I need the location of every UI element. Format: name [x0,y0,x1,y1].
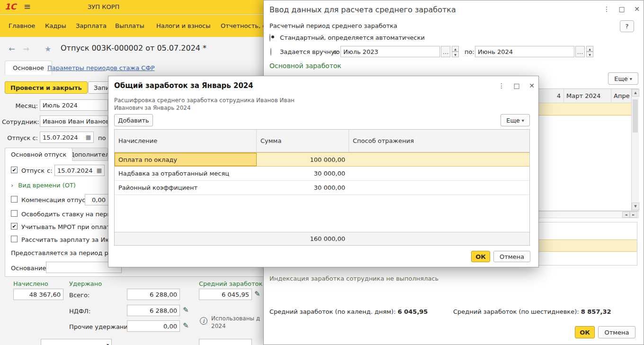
forward-button[interactable]: → [20,44,32,54]
cell-amount[interactable]: 100 000,00 [257,153,349,166]
edit-avg-pencil-icon[interactable]: ✎ [254,290,260,298]
compensation-input[interactable]: 0,00 [85,194,108,205]
cell-amount[interactable]: 30 000,00 [257,181,349,195]
cell-reflection[interactable] [349,153,529,166]
total-input[interactable]: 6 288,00 [127,289,180,300]
menu-item-kadry[interactable]: Кадры [45,22,66,29]
cell-amount[interactable]: 30 000,00 [257,167,349,180]
cell-accrual[interactable]: Надбавка за отработанный месяц [115,167,257,180]
compensation-label: Компенсация отпуска [21,196,93,203]
avg-more-label: Еще [614,75,627,82]
col-accrual[interactable]: Начисление [115,130,257,152]
dialog-close-icon[interactable]: ✕ [526,81,537,90]
menu-item-glavnoe[interactable]: Главное [9,22,35,29]
period-from-spin[interactable]: ▲ ▼ [452,46,459,57]
avg-window-menu-dots-icon[interactable]: ⋮ [601,4,612,14]
spin-up-icon-2[interactable]: ▲ [586,46,593,52]
dialog-more-button[interactable]: Еще ▾ [501,114,530,126]
avg-window-close-icon[interactable]: ✕ [631,4,643,14]
cell-accrual[interactable]: Районный коэффициент [115,181,257,195]
radio-manual-period[interactable] [270,48,271,56]
dialog-cancel-button[interactable]: Отмена [493,251,530,262]
scroll-up-button[interactable]: ▲ [632,89,639,97]
avg-window-maximize-icon[interactable]: □ [616,4,627,14]
earnings-table-footer: 160 000,00 [115,232,529,245]
ndfl-input[interactable]: 6 288,00 [127,305,180,316]
add-button[interactable]: Добавить [114,114,153,126]
avg-cancel-button[interactable]: Отмена [598,326,635,338]
compensation-checkbox[interactable] [11,196,18,203]
spin-down-icon-2[interactable]: ▼ [586,52,593,57]
period-to-spin[interactable]: ▲ ▼ [586,46,593,57]
menu-item-otchetnost[interactable]: Отчетность, с [221,22,266,29]
subtab-main-vacation[interactable]: Основной отпуск [5,148,72,161]
edit-ndfl-pencil-icon[interactable]: ✎ [183,306,189,314]
avg-earnings-value: 6 045,95 [222,291,249,298]
time-kind-link[interactable]: › Вид времени (ОТ) [11,182,76,189]
table-row[interactable]: Оплата по окладу 100 000,00 [115,152,529,167]
info-icon: i [200,317,207,325]
table-row[interactable]: Надбавка за отработанный месяц 30 000,00 [115,167,529,181]
bottom-date-input[interactable] [199,339,252,345]
hamburger-icon[interactable]: ≡ [24,1,31,11]
bottom-combo-input[interactable]: ▾ [41,339,112,345]
scroll-left-button[interactable]: ◄ [622,212,630,218]
spin-down-icon[interactable]: ▼ [452,52,459,57]
month-input[interactable]: Июль 2024 [40,99,108,111]
avg-sixday-label: Средний заработок (по шестидневке): [453,308,579,315]
calc-salary-checkbox[interactable] [11,236,18,242]
period-to-choose-button[interactable]: … [575,46,585,57]
back-button[interactable]: ← [6,44,18,54]
dialog-menu-dots-icon[interactable]: ⋮ [496,81,507,90]
period-to-input[interactable]: Июнь 2024 [475,46,574,57]
cell-reflection[interactable] [349,181,529,195]
scrollbar-thumb[interactable] [633,99,638,133]
free-rate-checkbox[interactable] [11,210,18,217]
dialog-ok-button[interactable]: ОК [471,251,490,262]
cell-accrual[interactable]: Оплата по окладу [115,153,257,166]
other-withholdings-input[interactable]: 0,00 [127,320,180,332]
menu-item-zarplata[interactable]: Зарплата [76,22,107,29]
post-and-close-button[interactable]: Провести и закрыть [5,81,88,94]
avg-earnings-input[interactable]: 6 045,95 [199,289,252,300]
scroll-down-button[interactable]: ▼ [632,203,639,210]
total-value: 6 288,00 [150,291,177,298]
calendar-icon-2[interactable]: ▦ [97,167,102,174]
calendar-icon[interactable]: ▦ [86,134,91,141]
app-title: ЗУП КОРП [88,3,119,10]
radio-standard-period[interactable] [269,34,270,42]
avg-ok-button[interactable]: ОК [575,326,595,338]
mrot-checkbox[interactable]: ✔ [11,223,18,230]
vacation-to-label: по [98,134,106,142]
avg-more-button[interactable]: Еще ▾ [608,72,638,85]
avg-sixday-line: Средний заработок (по шестидневке): 8 85… [453,308,611,315]
spin-up-icon[interactable]: ▲ [452,46,459,52]
footer-spacer [115,232,257,245]
employee-input[interactable]: Иванов Иван Иванович [40,115,108,127]
vacation-from-label: Отпуск с: [2,134,38,142]
accrued-input[interactable]: 48 367,60 [13,289,63,300]
dialog-subtitle-line1: Расшифровка среднего заработка сотрудник… [114,97,295,104]
scroll-right-button[interactable]: ► [630,212,637,218]
favorite-star-icon[interactable]: ★ [45,44,51,53]
cell-reflection[interactable] [349,167,529,180]
edit-other-pencil-icon[interactable]: ✎ [183,321,189,330]
vacation-from2-input[interactable]: 15.07.2024 ▦ [54,165,105,176]
col-reflection[interactable]: Способ отражения [349,130,529,152]
link-stazh-periods[interactable]: Параметры периодов стажа СФР [47,64,154,71]
menu-item-nalogi[interactable]: Налоги и взносы [156,22,210,29]
dialog-maximize-icon[interactable]: □ [511,81,522,90]
help-button[interactable]: ? [620,20,634,32]
radio-standard-label: Стандартный, определяется автоматически [280,34,425,41]
vacation-from-input[interactable]: 15.07.2024 ▦ [40,132,94,143]
tab-osnovnoe[interactable]: Основное [5,61,52,75]
compensation-value: 0,00 [92,196,106,203]
menu-item-vyplaty[interactable]: Выплаты [115,22,144,29]
mrot-label: Учитывать МРОТ при оплате п [21,223,120,230]
period-from-choose-button[interactable]: … [441,46,450,57]
vertical-scrollbar[interactable]: ▲ ▼ [631,89,639,211]
col-amount[interactable]: Сумма [257,130,349,152]
vacation-checkbox[interactable]: ✔ [11,167,18,173]
period-from-input[interactable]: Июль 2023 [340,46,440,57]
table-row[interactable]: Районный коэффициент 30 000,00 [115,181,529,195]
